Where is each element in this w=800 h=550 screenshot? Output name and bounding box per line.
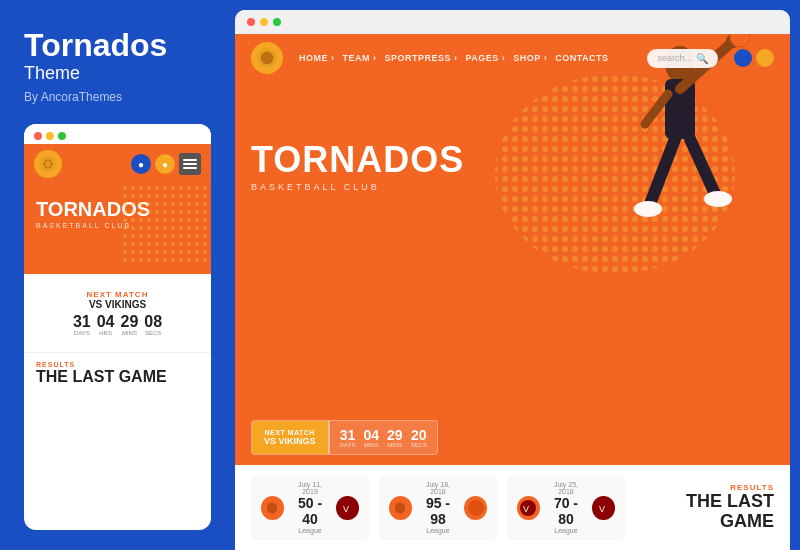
match-vs-label: VS VIKINGS bbox=[264, 436, 316, 446]
dot-yellow bbox=[46, 132, 54, 140]
team-logo-vik2 bbox=[464, 496, 487, 520]
team-logo-tor3: V bbox=[517, 496, 540, 520]
nav-icon-yellow bbox=[756, 49, 774, 67]
match-count-days: 31 Days bbox=[340, 428, 356, 448]
nav-home[interactable]: HOME › bbox=[299, 53, 335, 63]
mobile-header-icons: ● ● bbox=[131, 153, 201, 175]
team-logo-tor2 bbox=[389, 496, 412, 520]
game-card-3: V July 25, 2018 70 - 80 League V bbox=[507, 475, 625, 540]
left-panel: Tornados Theme By AncoraThemes ● ● bbox=[0, 0, 235, 550]
nav-links: HOME › TEAM › SPORTPRESS › PAGES › SHOP … bbox=[299, 53, 637, 63]
svg-point-20 bbox=[468, 500, 484, 516]
game-info-3: July 25, 2018 70 - 80 League bbox=[546, 481, 587, 534]
match-left: NEXT MATCH VS VIKINGS bbox=[252, 421, 328, 454]
match-countdown: 31 Days 04 Mins 29 Mins 20 Secs bbox=[330, 422, 437, 454]
results-row: July 11, 2019 50 - 40 League V July 18, … bbox=[235, 465, 790, 550]
dot-red bbox=[34, 132, 42, 140]
svg-rect-2 bbox=[121, 184, 211, 264]
next-match-label: NEXT MATCH bbox=[44, 290, 191, 299]
halftone-pattern bbox=[121, 184, 211, 264]
hero-sub: BASKETBALL CLUB bbox=[251, 182, 774, 192]
mobile-titlebar bbox=[24, 124, 211, 144]
match-divider bbox=[328, 421, 330, 454]
match-count-mins: 04 Mins bbox=[363, 428, 379, 448]
count-days: 31 Days bbox=[73, 314, 91, 336]
nav-sportpress[interactable]: SPORTPRESS › bbox=[385, 53, 458, 63]
hero-content: TORNADOS BASKETBALL CLUB bbox=[235, 82, 790, 208]
match-count-secs: 20 Secs bbox=[411, 428, 427, 448]
search-box[interactable]: search... 🔍 bbox=[647, 49, 718, 68]
icon-circle-blue: ● bbox=[131, 154, 151, 174]
brand-title: Tornados bbox=[24, 28, 211, 63]
vs-label: VS VIKINGS bbox=[44, 299, 191, 310]
site-logo bbox=[251, 42, 283, 74]
game-info-1: July 11, 2019 50 - 40 League bbox=[290, 481, 331, 534]
game-info-2: July 18, 2018 95 - 98 League bbox=[418, 481, 459, 534]
game-card-1: July 11, 2019 50 - 40 League V bbox=[251, 475, 369, 540]
team-logo-vik1: V bbox=[336, 496, 359, 520]
team-logo-vik3: V bbox=[592, 496, 615, 520]
match-next-label: NEXT MATCH bbox=[264, 429, 316, 436]
nav-right-icons bbox=[734, 49, 774, 67]
nav-icon-blue bbox=[734, 49, 752, 67]
mobile-results-label: RESULTS bbox=[36, 361, 199, 368]
nav-contacts[interactable]: CONTACTS bbox=[555, 53, 608, 63]
svg-text:V: V bbox=[599, 504, 605, 514]
hero-title: TORNADOS bbox=[251, 142, 774, 178]
team-logo-tor1 bbox=[261, 496, 284, 520]
hamburger-icon[interactable] bbox=[179, 153, 201, 175]
svg-text:V: V bbox=[343, 504, 349, 514]
nav-pages[interactable]: PAGES › bbox=[466, 53, 506, 63]
brand-subtitle: Theme bbox=[24, 63, 211, 84]
match-count-mins2: 29 Mins bbox=[387, 428, 403, 448]
nav-team[interactable]: TEAM › bbox=[343, 53, 377, 63]
site-hero: HOME › TEAM › SPORTPRESS › PAGES › SHOP … bbox=[235, 34, 790, 465]
countdown-row: 31 Days 04 Hrs 29 Mins 08 Secs bbox=[44, 314, 191, 336]
last-game-title: THE LAST GAME bbox=[635, 492, 774, 532]
icon-circle-yellow: ● bbox=[155, 154, 175, 174]
mobile-hero: TORNADOS BASKETBALL CLUB bbox=[24, 184, 211, 274]
mobile-header: ● ● bbox=[24, 144, 211, 184]
browser-dot-red bbox=[247, 18, 255, 26]
mobile-match-card: NEXT MATCH VS VIKINGS 31 Days 04 Hrs 29 … bbox=[34, 282, 201, 344]
game-card-2: July 18, 2018 95 - 98 League bbox=[379, 475, 497, 540]
browser-dot-yellow bbox=[260, 18, 268, 26]
site-nav: HOME › TEAM › SPORTPRESS › PAGES › SHOP … bbox=[235, 34, 790, 82]
match-banner: NEXT MATCH VS VIKINGS 31 Days 04 Mins 29… bbox=[251, 420, 438, 455]
search-placeholder: search... bbox=[657, 53, 692, 63]
browser-titlebar bbox=[235, 10, 790, 34]
mobile-logo bbox=[34, 150, 62, 178]
count-hrs: 04 Hrs bbox=[97, 314, 115, 336]
nav-shop[interactable]: SHOP › bbox=[513, 53, 547, 63]
last-game-section: RESULTS THE LAST GAME bbox=[635, 483, 774, 532]
svg-text:V: V bbox=[523, 504, 529, 514]
dot-green bbox=[58, 132, 66, 140]
browser-mockup: HOME › TEAM › SPORTPRESS › PAGES › SHOP … bbox=[235, 10, 790, 550]
browser-dot-green bbox=[273, 18, 281, 26]
mobile-mockup: ● ● TORNADOS BASKETBALL CLUB NEXT M bbox=[24, 124, 211, 530]
count-secs: 08 Secs bbox=[144, 314, 162, 336]
brand-by: By AncoraThemes bbox=[24, 90, 211, 104]
count-mins: 29 Mins bbox=[121, 314, 139, 336]
mobile-results: RESULTS THE LAST GAME bbox=[24, 352, 211, 394]
search-icon: 🔍 bbox=[696, 53, 708, 64]
mobile-results-title: THE LAST GAME bbox=[36, 368, 199, 386]
